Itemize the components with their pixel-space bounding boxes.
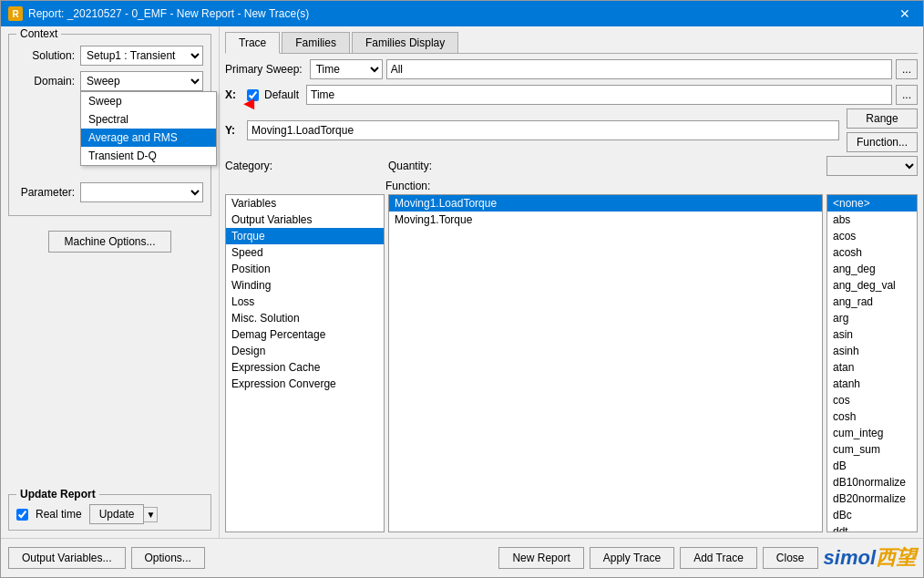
titlebar-left: R Report: _20210527 - 0_EMF - New Report… (8, 6, 309, 21)
function-item-asinh[interactable]: asinh (827, 343, 917, 359)
solution-row: Solution: Setup1 : Transient (16, 46, 203, 66)
close-button[interactable]: ✕ (894, 5, 916, 23)
range-button[interactable]: Range (847, 108, 918, 129)
function-item-db20normalize[interactable]: dB20normalize (827, 490, 917, 507)
category-item-expression-converge[interactable]: Expression Converge (226, 376, 384, 392)
add-trace-button[interactable]: Add Trace (680, 547, 757, 569)
bottom-bar: Output Variables... Options... New Repor… (1, 538, 923, 577)
category-header: Category: (225, 160, 385, 172)
function-button[interactable]: Function... (847, 132, 918, 152)
parameter-label: Parameter: (16, 186, 80, 199)
function-item-ang-deg-val[interactable]: ang_deg_val (827, 277, 917, 294)
category-item-speed[interactable]: Speed (226, 244, 384, 261)
category-item-expression-cache[interactable]: Expression Cache (226, 359, 384, 376)
cqf-header-row: Category: Quantity: (225, 156, 918, 176)
main-content: Context Solution: Setup1 : Transient Dom… (1, 26, 923, 538)
tab-families-display[interactable]: Families Display (352, 32, 458, 53)
new-report-button[interactable]: New Report (498, 547, 583, 569)
range-func-col: Range Function... (847, 108, 918, 152)
primary-sweep-label: Primary Sweep: (225, 63, 303, 76)
function-header (826, 156, 918, 176)
function-list: <none> abs acos acosh ang_deg ang_deg_va… (826, 194, 918, 532)
x-default-label: Default (264, 88, 299, 101)
category-item-variables[interactable]: Variables (226, 195, 384, 212)
function-item-cosh[interactable]: cosh (827, 408, 917, 425)
output-variables-button[interactable]: Output Variables... (8, 547, 126, 569)
dropdown-item-transient-dq[interactable]: Transient D-Q (81, 147, 216, 165)
function-item-none[interactable]: <none> (827, 195, 917, 212)
function-item-ang-rad[interactable]: ang_rad (827, 294, 917, 310)
title-text: Report: _20210527 - 0_EMF - New Report -… (28, 7, 309, 20)
quantity-item-torque[interactable]: Moving1.Torque (389, 212, 822, 228)
context-label: Context (16, 27, 61, 40)
tab-trace[interactable]: Trace (225, 32, 280, 54)
solution-select[interactable]: Setup1 : Transient (80, 46, 203, 66)
function-item-acos[interactable]: acos (827, 228, 917, 244)
function-item-db[interactable]: dB (827, 458, 917, 474)
domain-row: Domain: Sweep Sweep Spectral Average and… (16, 71, 203, 91)
update-row: Real time Update ▼ (16, 504, 203, 524)
titlebar: R Report: _20210527 - 0_EMF - New Report… (1, 1, 923, 26)
function-item-acosh[interactable]: acosh (827, 244, 917, 261)
function-item-cos[interactable]: cos (827, 392, 917, 408)
update-button[interactable]: Update (89, 504, 145, 524)
function-item-arg[interactable]: arg (827, 310, 917, 326)
category-item-torque[interactable]: Torque (226, 228, 384, 244)
simol-logo-chinese: 西望 (876, 546, 916, 569)
update-dropdown-arrow[interactable]: ▼ (144, 507, 158, 522)
parameter-select[interactable] (80, 182, 203, 202)
function-item-db10normalize[interactable]: dB10normalize (827, 474, 917, 490)
apply-trace-button[interactable]: Apply Trace (590, 547, 674, 569)
primary-sweep-select[interactable]: Time (310, 59, 383, 79)
function-item-dbc[interactable]: dBc (827, 507, 917, 523)
y-label: Y: (225, 124, 243, 137)
function-item-atan[interactable]: atan (827, 359, 917, 376)
dropdown-item-sweep[interactable]: Sweep (81, 92, 216, 110)
solution-label: Solution: (16, 49, 80, 62)
quantity-item-loadtorque[interactable]: Moving1.LoadTorque (389, 195, 822, 212)
category-item-misc-solution[interactable]: Misc. Solution (226, 310, 384, 326)
function-item-atanh[interactable]: atanh (827, 376, 917, 392)
category-item-loss[interactable]: Loss (226, 294, 384, 310)
main-window: R Report: _20210527 - 0_EMF - New Report… (0, 0, 924, 578)
update-report-group: Update Report Real time Update ▼ (8, 494, 211, 531)
right-panel: Trace Families Families Display Primary … (220, 26, 923, 538)
function-item-abs[interactable]: abs (827, 212, 917, 228)
machine-options-button[interactable]: Machine Options... (48, 231, 170, 253)
context-group: Context Solution: Setup1 : Transient Dom… (8, 34, 211, 216)
y-value-input[interactable]: Moving1.LoadTorque (247, 120, 839, 140)
function-item-cum-sum[interactable]: cum_sum (827, 441, 917, 458)
real-time-label: Real time (36, 508, 82, 521)
function-item-cum-integ[interactable]: cum_integ (827, 425, 917, 441)
real-time-checkbox[interactable] (16, 509, 28, 521)
function-item-ddt[interactable]: ddt (827, 523, 917, 532)
quantity-list: Moving1.LoadTorque Moving1.Torque (388, 194, 823, 532)
y-row: Y: Moving1.LoadTorque Range Function... (225, 108, 918, 152)
x-value-input[interactable]: Time (306, 85, 892, 105)
x-row: X: Default Time ... (225, 85, 918, 105)
primary-sweep-all-input[interactable] (386, 59, 892, 79)
x-label: X: (225, 88, 243, 101)
x-ellipsis[interactable]: ... (896, 85, 918, 105)
tab-families[interactable]: Families (282, 32, 350, 53)
category-item-winding[interactable]: Winding (226, 277, 384, 294)
close-dialog-button[interactable]: Close (763, 547, 818, 569)
category-item-position[interactable]: Position (226, 261, 384, 277)
tabs: Trace Families Families Display (225, 32, 918, 54)
category-item-design[interactable]: Design (226, 343, 384, 359)
category-item-demag[interactable]: Demag Percentage (226, 326, 384, 343)
app-icon: R (8, 6, 23, 21)
category-list: Variables Output Variables Torque Speed … (225, 194, 385, 532)
domain-select[interactable]: Sweep (80, 71, 203, 91)
category-item-output-variables[interactable]: Output Variables (226, 212, 384, 228)
x-default-checkbox[interactable] (247, 89, 259, 101)
quantity-select[interactable] (826, 156, 918, 176)
options-button[interactable]: Options... (131, 547, 205, 569)
primary-sweep-ellipsis[interactable]: ... (896, 59, 918, 79)
function-item-ang-deg[interactable]: ang_deg (827, 261, 917, 277)
dropdown-item-average-rms[interactable]: Average and RMS (81, 129, 216, 147)
domain-label: Domain: (16, 75, 80, 88)
function-item-asin[interactable]: asin (827, 326, 917, 343)
function-label: Function: (385, 180, 918, 192)
dropdown-item-spectral[interactable]: Spectral (81, 110, 216, 129)
